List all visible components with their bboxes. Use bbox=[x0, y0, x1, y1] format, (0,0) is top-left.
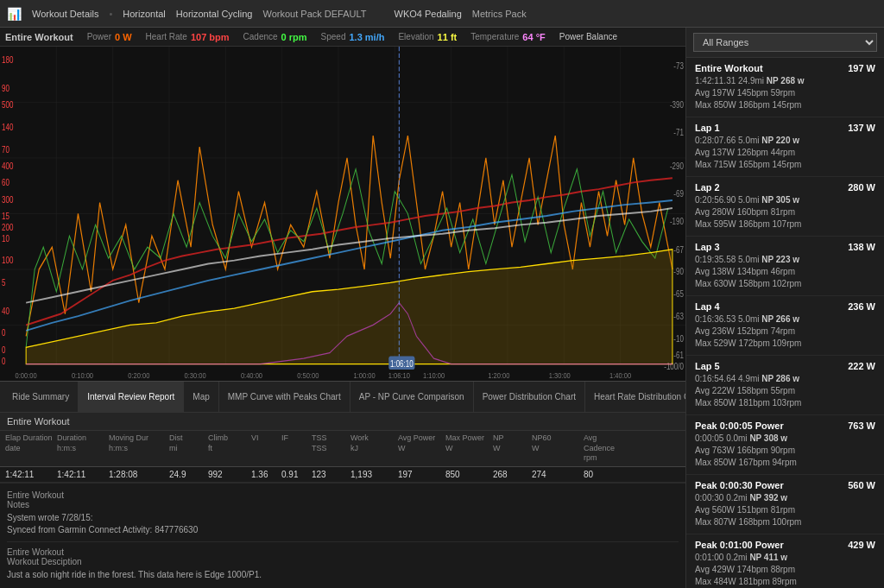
svg-text:-67: -67 bbox=[673, 245, 684, 255]
pack2-title[interactable]: WKO4 Pedaling bbox=[395, 9, 462, 19]
svg-text:-65: -65 bbox=[673, 289, 684, 299]
lap-stats-8: 0:01:00 0.2mi NP 411 wAvg 429W 174bpm 88… bbox=[695, 552, 875, 588]
svg-text:-71: -71 bbox=[673, 128, 684, 137]
lap-item-0[interactable]: Entire Workout197 W1:42:11.31 24.9mi NP … bbox=[686, 58, 884, 117]
lap-item-5[interactable]: Lap 5222 W0:16:54.64 4.9mi NP 286 wAvg 2… bbox=[686, 356, 884, 415]
temp-value: 64 °F bbox=[522, 32, 545, 42]
lap-stats-2: 0:20:56.90 5.0mi NP 305 wAvg 280W 160bpm… bbox=[695, 194, 875, 231]
lap-list: Entire Workout197 W1:42:11.31 24.9mi NP … bbox=[686, 58, 884, 588]
toolbar: 📊 Workout Details • Horizontal Horizonta… bbox=[0, 0, 884, 28]
lap-stats-4: 0:16:36.53 5.0mi NP 266 wAvg 236W 152bpm… bbox=[695, 313, 875, 350]
svg-text:1:30:00: 1:30:00 bbox=[549, 370, 571, 380]
th-vi: VI bbox=[249, 433, 280, 465]
lap-watts-3: 138 W bbox=[848, 242, 875, 252]
svg-text:300: 300 bbox=[2, 195, 13, 205]
td-if: 0.91 bbox=[280, 469, 310, 480]
lap-item-3[interactable]: Lap 3138 W0:19:35.58 5.0mi NP 223 wAvg 1… bbox=[686, 237, 884, 296]
entire-workout-label: Entire Workout bbox=[5, 32, 73, 42]
lap-name-4: Lap 4 bbox=[695, 301, 720, 312]
tab-ap-np[interactable]: AP - NP Curve Comparison bbox=[350, 382, 474, 412]
tab-hr-dist[interactable]: Heart Rate Distribution Chart bbox=[585, 382, 685, 412]
td-np60: 274 bbox=[530, 469, 582, 480]
speed-value: 1.3 mi/h bbox=[349, 32, 384, 42]
lap-item-7[interactable]: Peak 0:00:30 Power560 W0:00:30 0.2mi NP … bbox=[686, 475, 884, 534]
notes-divider bbox=[7, 541, 679, 542]
th-np: NPW bbox=[491, 433, 530, 465]
temp-metric: Temperature 64 °F bbox=[470, 32, 546, 42]
data-section: Entire Workout Elap Durationdate Duratio… bbox=[0, 412, 685, 483]
workout-details-label[interactable]: Workout Details bbox=[32, 9, 98, 19]
toolbar-title: Horizontal Cycling bbox=[176, 9, 253, 19]
tab-ride-summary[interactable]: Ride Summary bbox=[3, 382, 79, 412]
hr-metric: Heart Rate 107 bpm bbox=[146, 32, 230, 42]
th-dist: Distmi bbox=[167, 433, 206, 465]
svg-text:0:50:00: 0:50:00 bbox=[297, 370, 319, 380]
main-layout: Entire Workout Power 0 W Heart Rate 107 … bbox=[0, 28, 884, 588]
tab-interval-review[interactable]: Interval Review Report bbox=[79, 382, 184, 412]
tab-map[interactable]: Map bbox=[184, 382, 218, 412]
th-work: WorkkJ bbox=[349, 433, 396, 465]
svg-text:5: 5 bbox=[2, 278, 5, 288]
lap-watts-0: 197 W bbox=[848, 63, 875, 73]
lap-watts-4: 236 W bbox=[848, 301, 875, 312]
svg-text:0:10:00: 0:10:00 bbox=[72, 370, 93, 380]
svg-text:500: 500 bbox=[2, 100, 13, 110]
lap-name-0: Entire Workout bbox=[695, 63, 763, 73]
lap-stats-7: 0:00:30 0.2mi NP 392 wAvg 560W 151bpm 81… bbox=[695, 492, 875, 528]
chart-svg: 18090 500140 70400 60300 15200 10 100 5 … bbox=[0, 47, 685, 381]
th-avg-power: Avg PowerW bbox=[396, 433, 444, 465]
range-select[interactable]: All Ranges bbox=[693, 33, 877, 52]
lap-watts-5: 222 W bbox=[848, 361, 875, 371]
notes-desc: Just a solo night ride in the forest. Th… bbox=[7, 569, 679, 581]
lap-name-5: Lap 5 bbox=[695, 361, 720, 371]
svg-text:15: 15 bbox=[2, 212, 9, 221]
svg-text:0: 0 bbox=[2, 328, 5, 338]
lap-watts-7: 560 W bbox=[848, 480, 875, 490]
right-panel: All Ranges Entire Workout197 W1:42:11.31… bbox=[685, 28, 884, 588]
td-moving: 1:28:08 bbox=[107, 469, 167, 480]
td-elap: 1:42:11 bbox=[3, 469, 55, 480]
lap-watts-6: 763 W bbox=[848, 420, 875, 431]
td-climb: 992 bbox=[206, 469, 249, 480]
left-panel: Entire Workout Power 0 W Heart Rate 107 … bbox=[0, 28, 685, 588]
lap-item-6[interactable]: Peak 0:00:05 Power763 W0:00:05 0.0mi NP … bbox=[686, 415, 884, 475]
th-climb: Climbft bbox=[206, 433, 249, 465]
lap-item-1[interactable]: Lap 1137 W0:28:07.66 5.0mi NP 220 wAvg 1… bbox=[686, 117, 884, 177]
svg-text:-61: -61 bbox=[673, 351, 684, 360]
svg-text:1:00:00: 1:00:00 bbox=[354, 370, 376, 380]
td-np: 268 bbox=[491, 469, 530, 480]
svg-text:-69: -69 bbox=[673, 189, 684, 199]
svg-text:90: 90 bbox=[2, 84, 9, 93]
td-avg-power: 197 bbox=[396, 469, 444, 480]
lap-item-8[interactable]: Peak 0:01:00 Power429 W0:01:00 0.2mi NP … bbox=[686, 534, 884, 588]
range-select-row: All Ranges bbox=[686, 28, 884, 58]
chart-area[interactable]: 18090 500140 70400 60300 15200 10 100 5 … bbox=[0, 47, 685, 381]
lap-watts-8: 429 W bbox=[848, 540, 875, 550]
svg-text:0: 0 bbox=[2, 357, 5, 366]
svg-text:1:06:10: 1:06:10 bbox=[390, 360, 414, 370]
svg-text:140: 140 bbox=[2, 123, 13, 132]
lap-item-4[interactable]: Lap 4236 W0:16:36.53 5.0mi NP 266 wAvg 2… bbox=[686, 296, 884, 356]
speed-label: Speed bbox=[321, 32, 346, 41]
th-elap: Elap Durationdate bbox=[3, 433, 55, 465]
svg-text:100: 100 bbox=[2, 256, 13, 266]
svg-text:10: 10 bbox=[2, 234, 9, 243]
tab-mmp-curve[interactable]: MMP Curve with Peaks Chart bbox=[219, 382, 350, 412]
th-tss: TSSTSS bbox=[310, 433, 349, 465]
svg-text:-90: -90 bbox=[673, 267, 684, 276]
elevation-metric: Elevation 11 ft bbox=[398, 32, 457, 42]
svg-text:200: 200 bbox=[2, 223, 13, 232]
lap-name-8: Peak 0:01:00 Power bbox=[695, 540, 784, 550]
horizontal-label[interactable]: Horizontal bbox=[123, 9, 166, 19]
svg-text:0:20:00: 0:20:00 bbox=[128, 370, 149, 380]
chart-icon[interactable]: 📊 bbox=[7, 7, 22, 21]
svg-text:-73: -73 bbox=[673, 61, 684, 71]
svg-text:0: 0 bbox=[2, 345, 5, 355]
lap-name-3: Lap 3 bbox=[695, 242, 720, 252]
svg-text:-190: -190 bbox=[670, 217, 684, 226]
lap-item-2[interactable]: Lap 2280 W0:20:56.90 5.0mi NP 305 wAvg 2… bbox=[686, 177, 884, 237]
power-value: 0 W bbox=[115, 32, 132, 42]
tab-power-dist[interactable]: Power Distribution Chart bbox=[474, 382, 585, 412]
th-max-power: Max PowerW bbox=[444, 433, 491, 465]
pack2-name: Metrics Pack bbox=[472, 9, 527, 19]
